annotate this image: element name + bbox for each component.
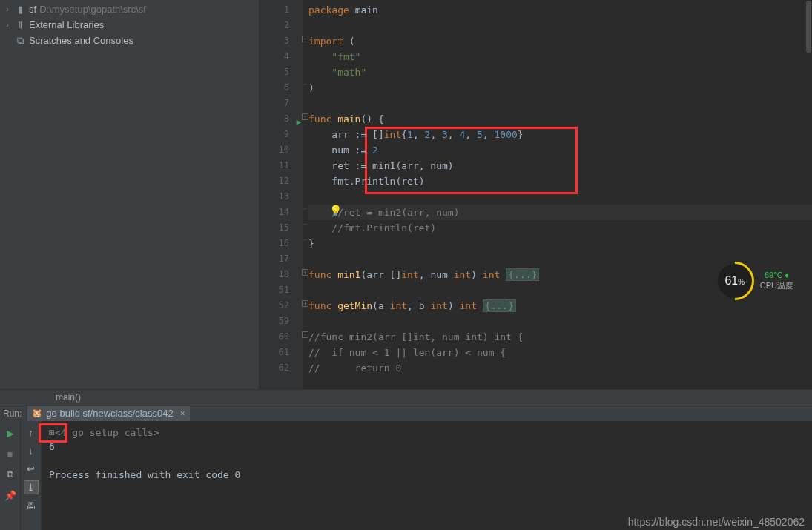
fold-icon[interactable]: + bbox=[302, 269, 308, 276]
run-panel: ▶ ■ ⧉ 📌 ↑ ↓ ↩ ⤓ 🖶 🗑 ⊞<4 go setup calls> … bbox=[0, 421, 812, 530]
line-number[interactable]: 9 bbox=[260, 127, 303, 142]
fold-icon[interactable]: - bbox=[302, 331, 308, 338]
code-line[interactable]: fmt.Println(ret) bbox=[308, 173, 812, 189]
external-libs-label: External Libraries bbox=[29, 19, 104, 30]
line-number[interactable]: 17 bbox=[260, 251, 303, 267]
line-number[interactable]: 15 bbox=[260, 220, 303, 236]
scratches-label: Scratches and Consoles bbox=[29, 35, 133, 46]
line-number[interactable]: 16 bbox=[260, 236, 303, 251]
run-toolbar-primary: ▶ ■ ⧉ 📌 bbox=[0, 421, 21, 530]
cpu-percent: 61% bbox=[724, 274, 745, 288]
code-line[interactable]: ret := min1(arr, num) bbox=[308, 158, 812, 173]
library-icon: ⫴ bbox=[14, 19, 26, 31]
chevron-right-icon[interactable]: › bbox=[4, 21, 11, 29]
cpu-widget[interactable]: 61% 69℃ ♦ CPU温度 bbox=[716, 262, 793, 300]
tree-project-root[interactable]: › ▮ sf D:\mysetup\gopath\src\sf bbox=[0, 1, 259, 17]
console-blank bbox=[49, 454, 805, 468]
watermark: https://blog.csdn.net/weixin_48502062 bbox=[628, 516, 805, 528]
code-line[interactable]: }⌐ bbox=[308, 236, 812, 251]
fold-icon[interactable]: + bbox=[302, 300, 308, 307]
code-line[interactable] bbox=[308, 18, 812, 33]
chevron-right-icon[interactable]: › bbox=[4, 5, 11, 13]
line-number[interactable]: 59 bbox=[260, 314, 303, 329]
run-toolbar-secondary: ↑ ↓ ↩ ⤓ 🖶 🗑 bbox=[21, 421, 42, 530]
layout-button[interactable]: ⧉ bbox=[3, 467, 18, 482]
pin-button[interactable]: 📌 bbox=[3, 488, 18, 503]
console-finish: Process finished with exit code 0 bbox=[49, 468, 805, 482]
code-line[interactable]: //ret = min2(arr, num)⌐💡 bbox=[308, 205, 812, 220]
tree-scratches[interactable]: ⧉ Scratches and Consoles bbox=[0, 33, 259, 48]
fold-icon[interactable]: ⌐ bbox=[302, 82, 308, 89]
scratches-icon: ⧉ bbox=[14, 35, 26, 47]
scrollbar-thumb[interactable] bbox=[806, 1, 811, 53]
line-number[interactable]: 13 bbox=[260, 189, 303, 205]
breadcrumb[interactable]: main() bbox=[0, 389, 812, 405]
line-number[interactable]: 51 bbox=[260, 282, 303, 298]
project-tree[interactable]: › ▮ sf D:\mysetup\gopath\src\sf › ⫴ Exte… bbox=[0, 0, 260, 389]
line-number[interactable]: 11 bbox=[260, 158, 303, 173]
folder-icon: ▮ bbox=[14, 4, 26, 16]
line-number[interactable]: 10 bbox=[260, 142, 303, 158]
code-line[interactable]: // return 0 bbox=[308, 360, 812, 376]
editor-gutter[interactable]: 12345678▶9101112131415161718515259606162 bbox=[260, 0, 303, 389]
code-line[interactable] bbox=[308, 96, 812, 111]
line-number[interactable]: 7 bbox=[260, 96, 303, 111]
cpu-temp-block: 69℃ ♦ CPU温度 bbox=[760, 271, 793, 291]
run-config-tab[interactable]: 🐹 go build sf/newclass/class042 × bbox=[27, 406, 189, 421]
code-line[interactable]: //func min2(arr []int, num int) int {- bbox=[308, 329, 812, 345]
intention-bulb-icon[interactable]: 💡 bbox=[329, 203, 342, 219]
run-panel-header: Run: 🐹 go build sf/newclass/class042 × bbox=[0, 405, 812, 421]
code-line[interactable]: func main() {- bbox=[308, 111, 812, 127]
console-result: 6 bbox=[49, 440, 805, 454]
line-number[interactable]: 4 bbox=[260, 49, 303, 64]
scroll-to-end-button[interactable]: ⤓ bbox=[24, 480, 39, 494]
line-number[interactable]: 52 bbox=[260, 298, 303, 314]
down-button[interactable]: ↓ bbox=[24, 444, 39, 458]
code-line[interactable]: arr := []int{1, 2, 3, 4, 5, 1000} bbox=[308, 127, 812, 142]
line-number[interactable]: 8▶ bbox=[260, 111, 303, 127]
print-button[interactable]: 🖶 bbox=[24, 499, 39, 513]
code-line[interactable]: package main bbox=[308, 2, 812, 18]
fold-icon[interactable]: ⌐ bbox=[302, 222, 308, 229]
code-line[interactable]: //fmt.Println(ret)⌐ bbox=[308, 220, 812, 236]
line-number[interactable]: 62 bbox=[260, 360, 303, 376]
fold-icon[interactable]: ⌐ bbox=[302, 238, 308, 245]
cpu-ring: 61% bbox=[716, 262, 754, 300]
line-number[interactable]: 61 bbox=[260, 345, 303, 360]
line-number[interactable]: 1 bbox=[260, 2, 303, 18]
line-number[interactable]: 14 bbox=[260, 205, 303, 220]
breadcrumb-item[interactable]: main() bbox=[56, 392, 81, 403]
line-number[interactable]: 12 bbox=[260, 173, 303, 189]
line-number[interactable]: 3 bbox=[260, 33, 303, 49]
line-number[interactable]: 18 bbox=[260, 267, 303, 282]
editor-code-area[interactable]: package mainimport (- "fmt" "math")⌐func… bbox=[303, 0, 812, 389]
code-line[interactable]: "fmt" bbox=[308, 49, 812, 64]
code-line[interactable]: "math" bbox=[308, 64, 812, 80]
run-label: Run: bbox=[3, 408, 22, 419]
fold-icon[interactable]: - bbox=[302, 36, 308, 42]
fold-icon[interactable]: - bbox=[302, 113, 308, 120]
line-number[interactable]: 6 bbox=[260, 80, 303, 96]
console-output[interactable]: ⊞<4 go setup calls> 6 Process finished w… bbox=[42, 421, 812, 530]
project-name: sf bbox=[29, 4, 36, 15]
tree-external-libraries[interactable]: › ⫴ External Libraries bbox=[0, 17, 259, 33]
code-line[interactable]: // if num < 1 || len(arr) < num { bbox=[308, 345, 812, 360]
code-line[interactable] bbox=[308, 314, 812, 329]
code-line[interactable]: num := 2 bbox=[308, 142, 812, 158]
line-number[interactable]: 5 bbox=[260, 64, 303, 80]
up-button[interactable]: ↑ bbox=[24, 425, 39, 440]
close-icon[interactable]: × bbox=[177, 408, 185, 419]
code-line[interactable] bbox=[308, 189, 812, 205]
project-path: D:\mysetup\gopath\src\sf bbox=[39, 4, 146, 15]
code-line[interactable]: )⌐ bbox=[308, 80, 812, 96]
line-number[interactable]: 2 bbox=[260, 18, 303, 33]
stop-button[interactable]: ■ bbox=[3, 446, 18, 461]
fold-icon[interactable]: ⌐ bbox=[302, 207, 308, 213]
soft-wrap-button[interactable]: ↩ bbox=[24, 463, 39, 477]
line-number[interactable]: 60 bbox=[260, 329, 303, 345]
go-icon: 🐹 bbox=[32, 408, 42, 418]
code-line[interactable]: import (- bbox=[308, 33, 812, 49]
code-editor[interactable]: 12345678▶9101112131415161718515259606162… bbox=[260, 0, 812, 389]
console-fold-line[interactable]: ⊞<4 go setup calls> bbox=[49, 425, 805, 440]
rerun-button[interactable]: ▶ bbox=[3, 425, 18, 440]
